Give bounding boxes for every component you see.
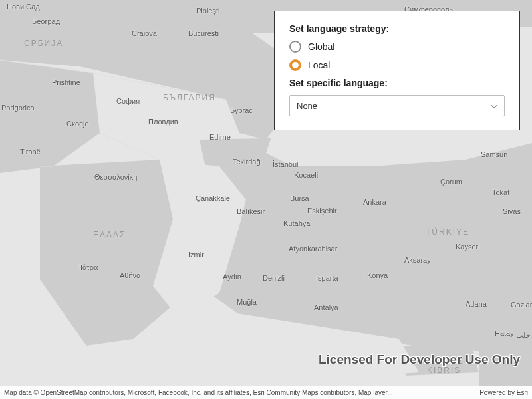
- city-label: Gaziantep: [511, 301, 532, 309]
- city-label: İstanbul: [273, 160, 299, 168]
- city-label: Бургас: [230, 106, 253, 114]
- city-label: Craiova: [132, 29, 157, 37]
- city-label: Eskişehir: [307, 207, 337, 215]
- city-label: Edirne: [209, 133, 231, 141]
- city-label: Kütahya: [283, 219, 310, 227]
- radio-local[interactable]: Local: [289, 59, 505, 71]
- radio-global-label: Global: [308, 41, 334, 52]
- city-label: Denizli: [263, 274, 285, 282]
- strategy-heading: Set language strategy:: [289, 23, 505, 34]
- city-label: Нови Сад: [7, 3, 40, 11]
- city-label: Београд: [32, 17, 60, 25]
- city-label: София: [116, 97, 140, 105]
- city-label: Kayseri: [456, 243, 480, 251]
- city-label: Ploiești: [196, 7, 219, 15]
- city-label: Bursa: [290, 194, 309, 202]
- language-settings-panel: Set language strategy: Global Local Set …: [274, 11, 520, 130]
- city-label: Скопје: [66, 120, 89, 128]
- region-label: СРБИЈА: [24, 39, 63, 48]
- region-label: TÜRKİYE: [426, 227, 469, 237]
- city-label: Samsun: [481, 150, 507, 158]
- city-label: حلب: [516, 331, 531, 340]
- city-label: Aydın: [223, 273, 241, 281]
- city-label: İzmir: [188, 251, 204, 259]
- city-label: Afyonkarahisar: [289, 245, 337, 253]
- city-label: Θεσσαλονίκη: [94, 173, 137, 181]
- city-label: Adana: [466, 300, 487, 308]
- city-label: Пловдив: [148, 118, 178, 126]
- city-label: Ankara: [363, 198, 386, 206]
- radio-local-label: Local: [308, 60, 330, 70]
- language-select[interactable]: None: [289, 95, 505, 116]
- city-label: Tokat: [492, 188, 509, 196]
- city-label: Aksaray: [404, 256, 431, 264]
- city-label: Antalya: [314, 303, 338, 311]
- city-label: Podgorica: [1, 104, 35, 112]
- city-label: Isparta: [316, 274, 338, 282]
- city-label: Konya: [367, 271, 388, 279]
- city-label: Balıkesir: [237, 207, 265, 215]
- radio-icon: [289, 59, 301, 71]
- city-label: Kocaeli: [294, 171, 318, 179]
- specific-language-heading: Set specific language:: [289, 78, 505, 88]
- city-label: Tekirdağ: [233, 158, 261, 166]
- city-label: București: [188, 29, 219, 37]
- attribution-text: Map data © OpenStreetMap contributors, M…: [4, 389, 474, 396]
- city-label: Çorum: [440, 178, 462, 186]
- city-label: Αθήνα: [120, 271, 140, 279]
- region-label: БЪЛГАРИЯ: [163, 93, 216, 102]
- chevron-down-icon: [491, 101, 497, 111]
- powered-by-text: Powered by Esri: [474, 389, 528, 396]
- language-select-value: None: [297, 101, 317, 111]
- city-label: Hatay: [495, 329, 514, 337]
- radio-global[interactable]: Global: [289, 41, 505, 53]
- city-label: Prishtinë: [52, 78, 80, 86]
- radio-icon: [289, 41, 301, 53]
- city-label: Tiranë: [20, 148, 41, 156]
- attribution-bar: Map data © OpenStreetMap contributors, M…: [0, 386, 532, 399]
- city-label: Πάτρα: [77, 263, 98, 271]
- region-label: KIBRIS: [427, 366, 461, 375]
- region-label: ΚΥΠΡΟΣ: [423, 356, 464, 366]
- city-label: Muğla: [237, 298, 257, 306]
- map-container: Нови СадБеоградСРБИЈАPloieștiCraiovaBucu…: [0, 0, 532, 399]
- city-label: Sivas: [503, 207, 521, 215]
- region-label: ΕΛΛΑΣ: [93, 230, 126, 239]
- city-label: Çanakkale: [196, 194, 230, 202]
